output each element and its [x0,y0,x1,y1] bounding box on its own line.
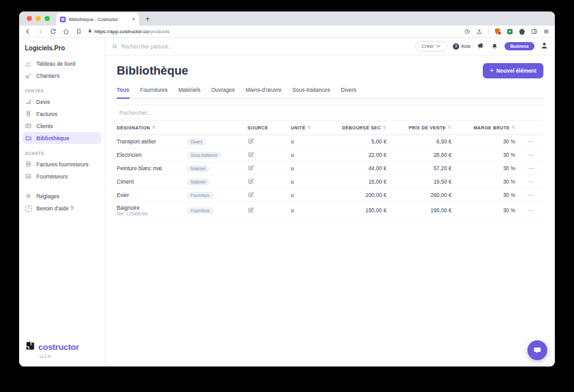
green-extension-icon[interactable] [506,28,513,35]
global-search-input[interactable] [121,43,249,50]
send-clock-icon[interactable] [464,28,471,35]
table-row[interactable]: Ciment Matériel u 15,00 € 19,50 € 30 % ⋯ [117,175,543,189]
edit-source-icon[interactable] [247,151,291,159]
costructor-logo-text: costructor [38,342,79,352]
page-title: Bibliothèque [117,64,188,78]
item-margin: 30 % [452,138,515,145]
menu-icon[interactable] [543,28,550,35]
sidebar-item-tableau-de-bord[interactable]: Tableau de bord [19,57,105,69]
column-marge-brute[interactable]: Marge brute⇅ [452,125,515,130]
tab-mains-doeuvre[interactable]: Mains-d'œuvre [246,87,281,98]
row-menu-icon[interactable]: ⋯ [515,207,543,214]
edit-source-icon[interactable] [247,164,291,173]
table-row[interactable]: Transport atelier Divers u 5,00 € 6,50 €… [117,135,543,149]
sidebar-item-reglages[interactable]: Réglages [19,190,105,202]
sidebar-item-label: Factures fournisseurs [36,161,89,168]
edit-source-icon[interactable] [247,138,291,146]
item-margin: 30 % [452,207,515,214]
tab-sous-traitances[interactable]: Sous-traitances [292,87,330,98]
sidebar-item-bibliotheque[interactable]: Bibliothèque [22,132,101,144]
address-bar[interactable]: https://app.costructor.co/products [87,28,170,34]
sidebar-item-factures-fournisseurs[interactable]: Factures fournisseurs [19,158,105,170]
item-cost: 44,00 € [328,165,386,171]
global-search[interactable] [112,41,415,52]
item-price: 260,00 € [386,192,452,198]
sidebar-item-chantiers[interactable]: Chantiers [19,69,105,82]
help-button[interactable]: ? Aide [453,43,471,50]
item-unit: u [291,152,328,158]
library-search[interactable] [117,105,543,120]
home-icon[interactable] [63,28,70,35]
library-search-input[interactable] [117,110,543,116]
sidebar-item-label: Chantiers [36,73,59,79]
sidebar-item-factures[interactable]: Factures [19,108,105,120]
tab-ouvrages[interactable]: Ouvrages [211,87,235,98]
category-badge: Sous-traitance [187,152,221,159]
create-button[interactable]: Créer [415,41,447,52]
bell-icon[interactable] [490,41,499,52]
item-name: Evier [117,192,187,198]
edit-source-icon[interactable] [247,191,291,200]
row-menu-icon[interactable]: ⋯ [515,178,543,185]
sidebar-item-clients[interactable]: Clients [19,120,105,132]
sidebar-item-label: Fournisseurs [36,173,68,180]
sort-icon[interactable]: ⇅ [152,125,156,130]
item-margin: 30 % [452,152,515,158]
item-unit: u [291,138,328,145]
forward-icon[interactable] [37,28,44,35]
puzzle-extension-icon[interactable] [519,28,526,35]
user-avatar-icon[interactable] [540,41,548,52]
sort-icon[interactable]: ⇅ [307,125,311,130]
window-zoom-button[interactable] [45,16,50,21]
side-panel-icon[interactable] [531,28,538,35]
category-badge: Matériel [187,165,209,172]
column-source: Source [247,126,291,130]
chat-widget-button[interactable] [527,340,547,360]
column-debourse-sec[interactable]: Déboursé sec⇅ [328,125,386,130]
table-row[interactable]: Peinture blanc mat Matériel u 44,00 € 57… [117,162,543,175]
tab-fournitures[interactable]: Fournitures [140,87,168,98]
sidebar-item-label: Clients [36,123,53,129]
row-menu-icon[interactable]: ⋯ [515,192,543,198]
plan-badge[interactable]: Business [504,42,534,50]
edit-source-icon[interactable] [247,178,291,186]
window-controls [27,16,50,21]
gear-icon [25,192,32,200]
table-row[interactable]: Baignoire Réf : 123456789 Fourniture u 1… [117,202,543,219]
sidebar-item-label: Devis [36,99,50,105]
sidebar-item-devis[interactable]: Devis [19,96,105,108]
megaphone-icon[interactable] [476,41,485,52]
new-tab-button[interactable]: + [145,15,150,23]
sort-icon[interactable]: ⇅ [511,125,515,130]
browser-tab[interactable]: Bibliothèque - Costructor × [56,13,139,25]
shield-extension-icon[interactable] [494,27,501,35]
bookmark-icon[interactable] [75,28,82,35]
row-menu-icon[interactable]: ⋯ [515,138,543,145]
table-row[interactable]: Electricien Sous-traitance u 22,00 € 28,… [117,149,543,162]
receipt-icon [25,110,32,117]
window-minimize-button[interactable] [36,16,41,21]
tab-materiels[interactable]: Matériels [179,87,200,98]
tab-tous[interactable]: Tous [117,87,129,99]
share-icon[interactable] [476,28,483,35]
sidebar-item-besoin-daide[interactable]: ? Besoin d'aide ? [19,202,105,214]
library-tabs: Tous Fournitures Matériels Ouvrages Main… [117,87,543,99]
tab-divers[interactable]: Divers [341,87,357,98]
reload-icon[interactable] [50,28,57,35]
plus-icon: + [490,68,494,74]
item-name: Ciment [117,178,187,185]
column-designation[interactable]: Désignation⇅ [117,125,247,130]
sidebar-item-fournisseurs[interactable]: Fournisseurs [19,170,105,182]
new-item-button[interactable]: + Nouvel élément [483,63,543,78]
table-row[interactable]: Evier Fourniture u 200,00 € 260,00 € 30 … [117,189,543,202]
row-menu-icon[interactable]: ⋯ [515,152,543,158]
column-prix-de-vente[interactable]: Prix de vente⇅ [386,125,452,130]
folder-icon [25,134,32,142]
item-price: 195,00 € [386,207,452,214]
column-unite[interactable]: Unité⇅ [291,125,328,130]
row-menu-icon[interactable]: ⋯ [515,165,543,171]
window-close-button[interactable] [27,16,32,21]
tab-close-icon[interactable]: × [132,17,135,22]
back-icon[interactable] [24,28,31,35]
edit-source-icon[interactable] [247,207,291,215]
